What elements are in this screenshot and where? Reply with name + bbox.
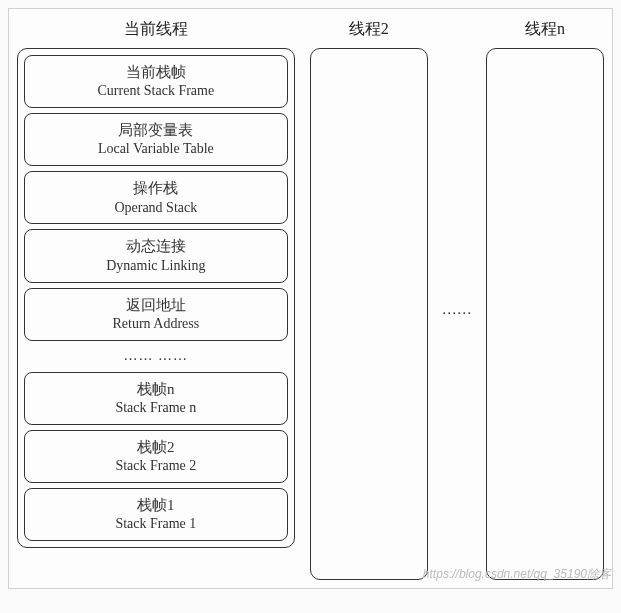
label-en: Dynamic Linking <box>29 257 283 276</box>
label-en: Stack Frame n <box>29 399 283 418</box>
thread-box-2 <box>310 48 428 580</box>
label-en: Operand Stack <box>29 199 283 218</box>
thread-box-current: 当前栈帧 Current Stack Frame 局部变量表 Local Var… <box>17 48 295 548</box>
frame-part-dynamic-linking: 动态连接 Dynamic Linking <box>24 229 288 282</box>
label-cn: 动态连接 <box>29 236 283 256</box>
label-cn: 栈帧2 <box>29 437 283 457</box>
current-stack-frame-header: 当前栈帧 Current Stack Frame <box>24 55 288 108</box>
label-cn: 栈帧n <box>29 379 283 399</box>
label-en: Stack Frame 2 <box>29 457 283 476</box>
label-en: Current Stack Frame <box>29 82 283 101</box>
stack-frame-n: 栈帧n Stack Frame n <box>24 372 288 425</box>
label-en: Stack Frame 1 <box>29 515 283 534</box>
label-en: Local Variable Table <box>29 140 283 159</box>
thread-box-n <box>486 48 604 580</box>
label-en: Return Address <box>29 315 283 334</box>
ellipsis-icon: …… <box>442 301 472 318</box>
label-cn: 当前栈帧 <box>29 62 283 82</box>
frame-part-operand-stack: 操作栈 Operand Stack <box>24 171 288 224</box>
column-thread-n: 线程n <box>486 19 604 580</box>
parts-ellipsis: …… …… <box>24 346 288 367</box>
column-title-thread2: 线程2 <box>349 19 389 40</box>
stack-frame-2: 栈帧2 Stack Frame 2 <box>24 430 288 483</box>
label-cn: 返回地址 <box>29 295 283 315</box>
label-cn: 局部变量表 <box>29 120 283 140</box>
stack-current: 当前栈帧 Current Stack Frame 局部变量表 Local Var… <box>18 49 294 547</box>
column-ellipsis: …… <box>443 281 471 318</box>
frame-part-return-address: 返回地址 Return Address <box>24 288 288 341</box>
column-current-thread: 当前线程 当前栈帧 Current Stack Frame 局部变量表 Loca… <box>17 19 295 548</box>
frame-part-local-variable-table: 局部变量表 Local Variable Table <box>24 113 288 166</box>
column-thread-2: 线程2 <box>310 19 428 580</box>
stack-frame-1: 栈帧1 Stack Frame 1 <box>24 488 288 541</box>
diagram-canvas: 当前线程 当前栈帧 Current Stack Frame 局部变量表 Loca… <box>8 8 613 589</box>
label-cn: 操作栈 <box>29 178 283 198</box>
column-title-current: 当前线程 <box>124 19 188 40</box>
column-title-threadn: 线程n <box>525 19 565 40</box>
label-cn: 栈帧1 <box>29 495 283 515</box>
